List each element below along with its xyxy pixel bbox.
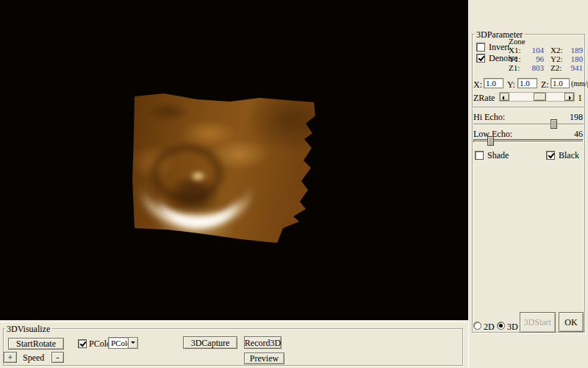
mode-3d-radio[interactable]: [497, 322, 505, 330]
preview-button[interactable]: Preview: [244, 353, 284, 364]
zone-x1-value: 104: [519, 46, 544, 54]
visualize-group-title: 3DVisualize: [4, 324, 52, 335]
mode-3d-label: 3D: [507, 322, 518, 333]
zrate-scrollbar-thumb[interactable]: [534, 93, 546, 101]
black-label: Black: [559, 150, 579, 161]
black-checkbox[interactable]: [546, 151, 555, 160]
scale-y-label: Y:: [507, 79, 515, 91]
zone-y2-value: 180: [558, 54, 583, 63]
zrate-left-arrow-icon[interactable]: [500, 93, 509, 101]
scale-z-input[interactable]: [551, 78, 570, 88]
low-echo-slider-thumb[interactable]: [487, 136, 494, 146]
visualize-panel: 3DVisualize StartRotate + Speed - PColor…: [0, 322, 468, 368]
record-button[interactable]: Record3D: [244, 336, 282, 349]
speed-minus-button[interactable]: -: [51, 352, 64, 363]
zone-z2-value: 941: [558, 63, 583, 72]
pcolor-dropdown-button[interactable]: [128, 338, 137, 348]
hi-echo-slider-thumb[interactable]: [551, 119, 557, 129]
zrate-label: ZRate: [473, 93, 495, 104]
zrate-right-arrow-icon[interactable]: [564, 93, 574, 101]
speed-plus-button[interactable]: +: [4, 352, 17, 363]
hi-echo-label: Hi Echo:: [473, 112, 505, 123]
ok-button[interactable]: OK: [559, 312, 584, 332]
capture-button[interactable]: 3DCapture: [183, 336, 237, 349]
zrate-value: 1: [578, 93, 582, 104]
ultrasound-volume-image[interactable]: [131, 91, 318, 249]
speed-label: Speed: [23, 353, 44, 364]
pcolor-checkbox[interactable]: [78, 339, 87, 348]
low-echo-value: 46: [553, 129, 583, 140]
scale-z-label: Z:: [541, 79, 549, 91]
scale-x-label: X:: [473, 79, 482, 91]
scale-y-input[interactable]: [517, 78, 537, 88]
section-divider: [472, 107, 584, 108]
zone-y1-value: 96: [519, 54, 544, 63]
zone-z1-label: Z1:: [509, 63, 520, 72]
chevron-down-icon: [131, 342, 135, 344]
volume-fragment: [254, 238, 270, 244]
scale-unit-label: (mm/p): [571, 79, 588, 88]
zone-x2-value: 189: [558, 46, 583, 54]
hi-echo-value: 198: [553, 112, 583, 123]
zrate-scrollbar[interactable]: [499, 92, 575, 102]
shade-label: Shade: [487, 150, 509, 161]
mode-2d-label: 2D: [484, 322, 495, 333]
mode-2d-radio[interactable]: [473, 322, 481, 330]
ultrasound-3d-app: { "param_panel": { "title": "3DParameter…: [0, 0, 588, 368]
invert-label: Invert: [489, 42, 510, 53]
hi-echo-slider-track[interactable]: [473, 124, 584, 125]
parameter-panel: 3DParameter Invert Denoise Zone X1: 104 …: [468, 0, 588, 368]
denoise-checkbox[interactable]: [476, 54, 485, 63]
zone-z1-value: 803: [519, 63, 544, 72]
render-viewport[interactable]: [0, 0, 468, 320]
shade-checkbox[interactable]: [475, 151, 484, 160]
scale-x-input[interactable]: [484, 78, 503, 88]
pcolor-dropdown[interactable]: PColor: [108, 337, 138, 349]
start-rotate-button[interactable]: StartRotate: [8, 338, 64, 350]
invert-checkbox[interactable]: [476, 43, 485, 52]
zone-title: Zone: [509, 37, 526, 46]
volume-bright-crescent-core: [159, 165, 238, 227]
start3d-button[interactable]: 3DStart: [520, 312, 556, 333]
